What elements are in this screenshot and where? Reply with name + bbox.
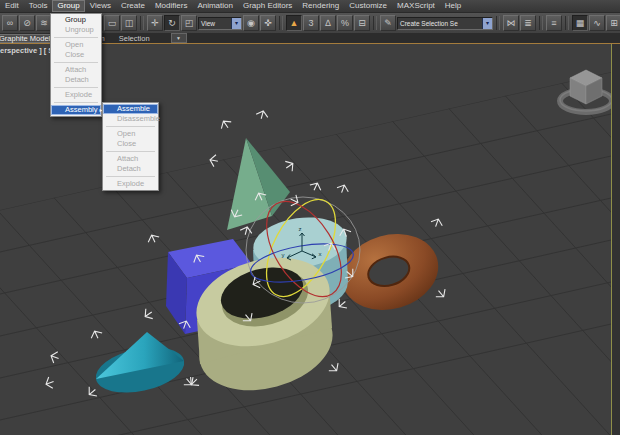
menu-item-label: Attach: [117, 154, 155, 164]
curve-editor-icon[interactable]: ∿: [589, 15, 605, 31]
group-menu-item-group[interactable]: Group: [51, 15, 101, 25]
assembly-menu-item-disassemble: Disassemble: [103, 114, 158, 124]
menu-item-label: Detach: [65, 75, 98, 85]
3ds-max-window: EditToolsGroupViewsCreateModifiersAnimat…: [0, 0, 620, 435]
assembly-menu-item-close: Close: [103, 139, 158, 149]
cone-object[interactable]: [92, 332, 189, 400]
menu-item-label: Ungroup: [65, 25, 98, 35]
menu-item-label: Close: [65, 50, 98, 60]
assembly-menu-item-attach: Attach: [103, 154, 158, 164]
assembly-menu-item-detach: Detach: [103, 164, 158, 174]
toolbar-separator: [373, 16, 377, 30]
menu-item-label: Disassemble: [117, 114, 160, 124]
menu-separator: [106, 126, 155, 127]
menu-item-label: Explode: [117, 179, 155, 189]
angle-snap-toggle-icon[interactable]: ∆: [320, 15, 336, 31]
group-menu: GroupUngroupOpenCloseAttachDetachExplode…: [50, 13, 102, 117]
menu-item-label: Group: [65, 15, 98, 25]
menu-item-label: Open: [65, 40, 98, 50]
percent-snap-toggle-icon[interactable]: %: [337, 15, 353, 31]
toolbar-separator: [140, 16, 144, 30]
reference-coordinate-system-dropdown-value: View: [199, 18, 231, 29]
select-and-move-icon[interactable]: ✛: [147, 15, 163, 31]
menubar-item-rendering[interactable]: Rendering: [297, 0, 344, 12]
menu-bar: EditToolsGroupViewsCreateModifiersAnimat…: [0, 0, 620, 13]
use-pivot-point-center-icon[interactable]: ◉: [243, 15, 259, 31]
select-and-manipulate-icon[interactable]: ✜: [260, 15, 276, 31]
schematic-view-icon[interactable]: ⊞: [606, 15, 620, 31]
menu-item-label: Explode: [65, 90, 98, 100]
menu-item-label: Close: [117, 139, 155, 149]
group-menu-item-explode: Explode: [51, 90, 101, 100]
spinner-snap-toggle-icon[interactable]: ⊟: [354, 15, 370, 31]
group-menu-item-detach: Detach: [51, 75, 101, 85]
select-and-link-icon[interactable]: ∞: [2, 15, 18, 31]
menu-separator: [54, 62, 98, 63]
menu-item-label: Assemble: [117, 104, 155, 114]
gizmo-x-label: x: [319, 251, 322, 257]
menu-item-label: Detach: [117, 164, 155, 174]
menu-item-label: Open: [117, 129, 155, 139]
menubar-item-views[interactable]: Views: [85, 0, 116, 12]
menubar-item-graph-editors[interactable]: Graph Editors: [238, 0, 297, 12]
tab-selection[interactable]: Selection: [112, 34, 157, 43]
menu-item-label: Attach: [65, 65, 98, 75]
unlink-selection-icon[interactable]: ⊘: [19, 15, 35, 31]
menubar-item-help[interactable]: Help: [440, 0, 466, 12]
dropdown-arrow-icon[interactable]: ▾: [482, 18, 492, 29]
menubar-item-group[interactable]: Group: [52, 0, 84, 12]
menu-separator: [54, 102, 98, 103]
menubar-item-tools[interactable]: Tools: [24, 0, 53, 12]
group-menu-item-ungroup: Ungroup: [51, 25, 101, 35]
ribbon-minimize-button[interactable]: ▼: [171, 33, 187, 43]
graphite-modeling-toggle-icon[interactable]: ▦: [572, 15, 588, 31]
assembly-menu-item-explode: Explode: [103, 179, 158, 189]
menubar-item-maxscript[interactable]: MAXScript: [392, 0, 440, 12]
layer-manager-icon[interactable]: ≡: [546, 15, 562, 31]
group-menu-item-open: Open: [51, 40, 101, 50]
align-icon[interactable]: ≣: [520, 15, 536, 31]
assembly-menu-item-open: Open: [103, 129, 158, 139]
viewcube[interactable]: [560, 70, 611, 112]
group-menu-item-attach: Attach: [51, 65, 101, 75]
gizmo-z-label: z: [299, 226, 302, 232]
toolbar-separator: [496, 16, 500, 30]
reference-coordinate-system-dropdown[interactable]: View▾: [198, 17, 242, 30]
menu-separator: [106, 176, 155, 177]
named-selection-sets-dropdown[interactable]: Create Selection Se▾: [397, 17, 493, 30]
menu-separator: [54, 37, 98, 38]
menubar-item-modifiers[interactable]: Modifiers: [150, 0, 192, 12]
assembly-submenu: AssembleDisassembleOpenCloseAttachDetach…: [102, 102, 159, 191]
toolbar-separator: [539, 16, 543, 30]
menubar-item-animation[interactable]: Animation: [192, 0, 238, 12]
edit-named-selection-sets-icon[interactable]: ✎: [380, 15, 396, 31]
dropdown-arrow-icon[interactable]: ▾: [231, 18, 241, 29]
assembly-menu-item-assemble[interactable]: Assemble: [103, 104, 158, 114]
toolbar-separator: [565, 16, 569, 30]
group-menu-item-assembly[interactable]: Assembly▸: [51, 105, 101, 115]
select-and-rotate-icon[interactable]: ↻: [164, 15, 180, 31]
menu-separator: [54, 87, 98, 88]
snaps-toggle-3d-icon[interactable]: 3: [303, 15, 319, 31]
keyboard-shortcut-override-icon[interactable]: ▲: [286, 15, 302, 31]
menu-item-label: Assembly: [65, 105, 98, 115]
menubar-item-edit[interactable]: Edit: [0, 0, 24, 12]
menubar-item-create[interactable]: Create: [116, 0, 150, 12]
menu-separator: [106, 151, 155, 152]
group-menu-item-close: Close: [51, 50, 101, 60]
menubar-item-customize[interactable]: Customize: [344, 0, 392, 12]
toolbar-separator: [279, 16, 283, 30]
named-selection-sets-dropdown-value: Create Selection Se: [398, 18, 482, 29]
mirror-icon[interactable]: ⋈: [503, 15, 519, 31]
rectangular-selection-region-icon[interactable]: ▭: [104, 15, 120, 31]
gizmo-y-label: y: [282, 252, 285, 258]
right-panel-edge: [612, 44, 620, 435]
window-crossing-toggle-icon[interactable]: ◫: [121, 15, 137, 31]
select-and-scale-icon[interactable]: ◰: [181, 15, 197, 31]
